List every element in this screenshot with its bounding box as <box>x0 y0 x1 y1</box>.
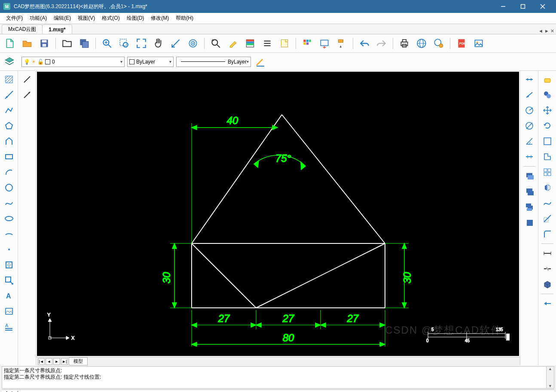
offset-curve-icon[interactable] <box>540 196 555 210</box>
pan-icon[interactable] <box>151 36 166 51</box>
model-tab[interactable]: 模型 <box>69 357 88 365</box>
paint-format-icon[interactable] <box>334 36 349 51</box>
properties-icon[interactable] <box>243 36 257 51</box>
spline-icon[interactable] <box>2 196 16 210</box>
print-icon[interactable] <box>397 36 412 51</box>
zoom-window-icon[interactable] <box>117 36 131 51</box>
palette-icon[interactable] <box>300 36 315 51</box>
minimize-button[interactable] <box>493 0 513 13</box>
menu-help[interactable]: 帮助(H) <box>172 13 197 23</box>
tab-prev-icon[interactable]: ◄ <box>46 358 52 365</box>
dim-radius-icon[interactable] <box>522 103 537 117</box>
dim-ordinate-icon[interactable] <box>522 150 537 164</box>
linetype-label: ByLayer <box>136 59 155 65</box>
array-icon[interactable] <box>540 165 555 179</box>
layer-blue2-icon[interactable] <box>522 185 537 198</box>
new-file-icon[interactable] <box>3 36 17 51</box>
drawing-canvas[interactable]: 40 75° 30 30 <box>37 72 519 356</box>
image-icon[interactable] <box>471 36 486 51</box>
tab-last-icon[interactable]: ►| <box>61 358 68 365</box>
menu-format[interactable]: 格式(O) <box>98 13 123 23</box>
ellipse-arc-icon[interactable] <box>2 227 16 241</box>
stretch-line-icon[interactable] <box>540 246 555 260</box>
rotate-icon[interactable] <box>540 119 555 133</box>
cmd-scrollbar[interactable]: ▲▼ <box>546 367 554 388</box>
target-icon[interactable] <box>186 36 200 51</box>
save-as-icon[interactable] <box>77 36 92 51</box>
zoom-extents-icon[interactable] <box>134 36 149 51</box>
layer-blue-icon[interactable] <box>522 169 537 183</box>
block-icon[interactable] <box>2 258 16 272</box>
insert-block-icon[interactable] <box>2 273 16 287</box>
rectangle-icon[interactable] <box>2 150 16 164</box>
image-insert-icon[interactable] <box>2 304 16 318</box>
nav-cube[interactable] <box>506 334 510 340</box>
arrow-left-icon[interactable] <box>540 297 555 310</box>
move-icon[interactable] <box>540 103 555 117</box>
box3d-icon[interactable] <box>540 277 555 291</box>
menu-view[interactable]: 视图(V) <box>74 13 98 23</box>
layer-blue4-icon[interactable] <box>522 216 537 229</box>
tab-next-icon[interactable]: ► <box>53 358 60 365</box>
list-icon[interactable] <box>260 36 275 51</box>
layer-combo[interactable]: 💡 ☀ 🔓 0 ▾ <box>21 57 125 67</box>
highlight-icon[interactable] <box>226 36 240 51</box>
fillet-icon[interactable] <box>540 227 555 241</box>
polygon-icon[interactable] <box>2 119 16 133</box>
menu-edit[interactable]: 编辑(E) <box>50 13 74 23</box>
save-icon[interactable] <box>37 36 52 51</box>
pdf-icon[interactable]: PDF <box>454 36 469 51</box>
point-icon[interactable] <box>2 243 16 256</box>
tab-nav-icons[interactable]: ◄ ► ✕ <box>538 28 554 34</box>
close-button[interactable] <box>533 0 553 13</box>
erase-icon[interactable] <box>540 73 555 86</box>
ray-icon[interactable] <box>20 88 34 102</box>
trim-icon[interactable] <box>540 134 555 148</box>
mtext-icon[interactable]: A <box>2 320 16 334</box>
undo-icon[interactable] <box>357 36 372 51</box>
export-image-icon[interactable] <box>317 36 332 51</box>
layers-icon[interactable] <box>3 55 16 69</box>
edit-linestyle-icon[interactable] <box>254 55 267 69</box>
polyline-icon[interactable] <box>2 103 16 117</box>
linetype-combo[interactable]: ByLayer ▾ <box>127 57 174 67</box>
find-icon[interactable]: A <box>208 36 223 51</box>
tab-file[interactable]: 1.mxg* <box>42 24 72 34</box>
dim-aligned-icon[interactable] <box>522 88 537 102</box>
construction-line-icon[interactable] <box>2 88 16 102</box>
scale-icon[interactable] <box>540 212 555 225</box>
extend-icon[interactable] <box>540 150 555 164</box>
redo-icon[interactable] <box>374 36 389 51</box>
circle-icon[interactable] <box>2 181 16 194</box>
dim-diameter-icon[interactable] <box>522 119 537 133</box>
hatch-icon[interactable] <box>2 73 16 86</box>
note-icon[interactable] <box>277 36 292 51</box>
menu-function[interactable]: 功能(A) <box>26 13 50 23</box>
folder-open-icon[interactable] <box>60 36 74 51</box>
ellipse-icon[interactable] <box>2 212 16 225</box>
maximize-button[interactable] <box>513 0 533 13</box>
model-tab-row: |◄ ◄ ► ►| 模型 <box>36 357 520 365</box>
pentagon-icon[interactable] <box>2 134 16 148</box>
web-settings-icon[interactable] <box>431 36 446 51</box>
tab-first-icon[interactable]: |◄ <box>38 358 45 365</box>
svg-text:A: A <box>6 292 11 300</box>
zoom-in-icon[interactable] <box>100 36 114 51</box>
dim-angular-icon[interactable] <box>522 134 537 148</box>
arc-icon[interactable] <box>2 165 16 179</box>
line-tool-icon[interactable] <box>20 73 34 86</box>
dim-linear-icon[interactable] <box>522 73 537 86</box>
menu-draw[interactable]: 绘图(D) <box>123 13 148 23</box>
measure-icon[interactable] <box>168 36 183 51</box>
menu-file[interactable]: 文件(F) <box>3 13 26 23</box>
tab-cloud[interactable]: MxCAD云图 <box>2 24 43 34</box>
menu-modify[interactable]: 修改(M) <box>147 13 172 23</box>
text-icon[interactable]: A <box>2 289 16 303</box>
web-icon[interactable] <box>414 36 429 51</box>
mirror-icon[interactable] <box>540 181 555 194</box>
linestyle-combo[interactable]: ByLayer ▾ <box>176 57 251 67</box>
break-line-icon[interactable] <box>540 262 555 276</box>
open-file-icon[interactable] <box>20 36 34 51</box>
layer-blue3-icon[interactable] <box>522 200 537 214</box>
copy-icon[interactable] <box>540 88 555 102</box>
